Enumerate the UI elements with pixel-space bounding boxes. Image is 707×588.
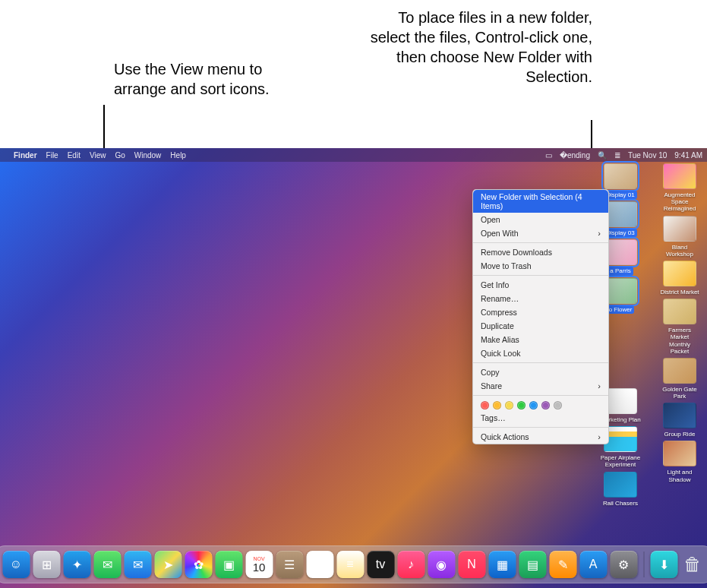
context-menu-item-label: Quick Look	[481, 349, 521, 358]
dock-separator	[643, 552, 644, 577]
dock-app-maps[interactable]: ➤	[154, 551, 181, 578]
context-menu-item-label: Copy	[481, 368, 500, 377]
dock-app-reminders[interactable]: ☰	[306, 551, 333, 578]
tag-color-dot[interactable]	[505, 401, 513, 409]
context-menu-item[interactable]: Open	[473, 213, 608, 226]
context-menu-item-label: Rename…	[481, 294, 519, 303]
file-label: District Market	[658, 288, 701, 296]
context-menu-item[interactable]: Duplicate	[473, 319, 608, 333]
desktop-file[interactable]: Rail Chasers	[598, 472, 643, 507]
menu-go[interactable]: Go	[115, 151, 125, 160]
file-label: a Parris	[608, 267, 633, 275]
trash-icon[interactable]: 🗑	[680, 551, 705, 578]
file-thumbnail	[604, 163, 637, 189]
context-menu-item[interactable]: Move to Trash	[473, 259, 608, 273]
menu-help[interactable]: Help	[170, 151, 186, 160]
menu-edit[interactable]: Edit	[68, 151, 80, 160]
context-menu-item[interactable]: Make Alias	[473, 333, 608, 346]
file-thumbnail	[663, 261, 696, 286]
mac-desktop: Finder File Edit View Go Window Help ▭ �…	[0, 148, 707, 588]
wifi-icon[interactable]: �ending	[560, 151, 590, 160]
context-menu-item[interactable]: Compress	[473, 305, 608, 319]
context-menu-item[interactable]: Remove Downloads	[473, 245, 608, 259]
menu-window[interactable]: Window	[134, 151, 162, 160]
dock-app-safari[interactable]: ✦	[63, 551, 90, 578]
file-thumbnail	[663, 163, 696, 189]
context-menu-item[interactable]: Get Info	[473, 278, 608, 292]
context-menu-item-label: Make Alias	[481, 335, 519, 344]
context-menu-item[interactable]: Copy	[473, 365, 608, 379]
dock-app-appstore[interactable]: A	[579, 551, 607, 578]
dock-app-news[interactable]: N	[458, 551, 485, 578]
control-center-icon[interactable]: ≣	[614, 151, 620, 160]
context-menu-item-label: New Folder with Selection (4 Items)	[481, 192, 601, 210]
context-menu-item[interactable]: Share	[473, 379, 608, 393]
tag-color-dot[interactable]	[541, 401, 550, 409]
battery-icon[interactable]: ▭	[545, 151, 552, 160]
file-thumbnail	[663, 358, 696, 384]
dock-app-finder[interactable]: ☺	[2, 551, 30, 578]
calendar-day: 10	[253, 561, 266, 573]
context-menu-item-label: Move to Trash	[481, 261, 532, 270]
tags-color-row	[473, 398, 608, 411]
context-menu-item[interactable]: Rename…	[473, 292, 608, 305]
tag-color-dot[interactable]	[517, 401, 526, 409]
tag-color-dot[interactable]	[554, 401, 562, 409]
context-menu-item-label: Share	[481, 381, 502, 390]
file-label: Augmented Space Reimagined	[657, 191, 702, 213]
file-label: Group Ride	[662, 430, 698, 438]
desktop-file[interactable]: Group Ride	[657, 403, 702, 438]
desktop-file[interactable]: Farmers Market Monthly Packet	[657, 299, 702, 356]
separator	[473, 395, 608, 396]
context-menu: New Folder with Selection (4 Items)OpenO…	[472, 189, 609, 444]
dock-app-numbers[interactable]: ▤	[519, 551, 546, 578]
file-thumbnail	[663, 441, 696, 466]
desktop-file[interactable]: Augmented Space Reimagined	[657, 163, 702, 213]
desktop-file[interactable]: District Market	[657, 261, 702, 296]
separator	[473, 427, 608, 428]
desktop-file[interactable]: Light and Shadow	[657, 441, 702, 483]
dock-app-facetime[interactable]: ▣	[215, 551, 242, 578]
dock-app-photos[interactable]: ✿	[185, 551, 212, 578]
menu-view[interactable]: View	[90, 151, 106, 160]
dock-app-launchpad[interactable]: ⊞	[33, 551, 60, 578]
dock-app-podcasts[interactable]: ◉	[428, 551, 455, 578]
desktop-file[interactable]: Bland Workshop	[657, 216, 702, 258]
desktop-file[interactable]: Golden Gate Park	[657, 358, 702, 400]
dock-app-messages[interactable]: ✉	[93, 551, 121, 578]
dock-app-tv[interactable]: tv	[367, 551, 394, 578]
menu-file[interactable]: File	[46, 151, 58, 160]
tag-color-dot[interactable]	[529, 401, 538, 409]
menubar-app-name[interactable]: Finder	[14, 151, 37, 160]
dock-app-downloads[interactable]: ⬇	[650, 551, 677, 578]
context-menu-item[interactable]: Tags…	[473, 411, 608, 425]
menubar-date[interactable]: Tue Nov 10	[628, 151, 667, 160]
context-menu-item-label: Quick Actions	[481, 432, 529, 441]
context-menu-item-label: Duplicate	[481, 321, 514, 330]
separator	[473, 242, 608, 243]
dock-app-calendar[interactable]: NOV10	[245, 551, 273, 578]
file-label: Farmers Market Monthly Packet	[657, 326, 702, 356]
tag-color-dot[interactable]	[493, 401, 501, 409]
callout-view-menu: Use the View menu to arrange and sort ic…	[114, 59, 296, 99]
context-menu-item-label: Compress	[481, 308, 517, 317]
dock-app-notes[interactable]: ≡	[336, 551, 364, 578]
separator	[473, 362, 608, 363]
dock-app-mail[interactable]: ✉	[124, 551, 151, 578]
file-label: Rail Chasers	[601, 499, 640, 507]
menubar-time[interactable]: 9:41 AM	[674, 151, 702, 160]
dock-app-settings[interactable]: ⚙	[610, 551, 637, 578]
context-menu-item[interactable]: Quick Actions	[473, 430, 608, 444]
dock-app-contacts[interactable]: ☰	[276, 551, 303, 578]
dock-app-music[interactable]: ♪	[397, 551, 425, 578]
context-menu-item-label: Remove Downloads	[481, 248, 552, 257]
file-label: Bland Workshop	[657, 243, 702, 258]
dock-app-keynote[interactable]: ▦	[488, 551, 516, 578]
context-menu-item[interactable]: Open With	[473, 226, 608, 240]
context-menu-item[interactable]: Quick Look	[473, 346, 608, 360]
spotlight-icon[interactable]: 🔍	[598, 151, 607, 160]
file-label: Light and Shadow	[657, 468, 702, 483]
dock-app-pages[interactable]: ✎	[549, 551, 576, 578]
tag-color-dot[interactable]	[481, 401, 489, 409]
context-menu-item[interactable]: New Folder with Selection (4 Items)	[473, 190, 608, 213]
